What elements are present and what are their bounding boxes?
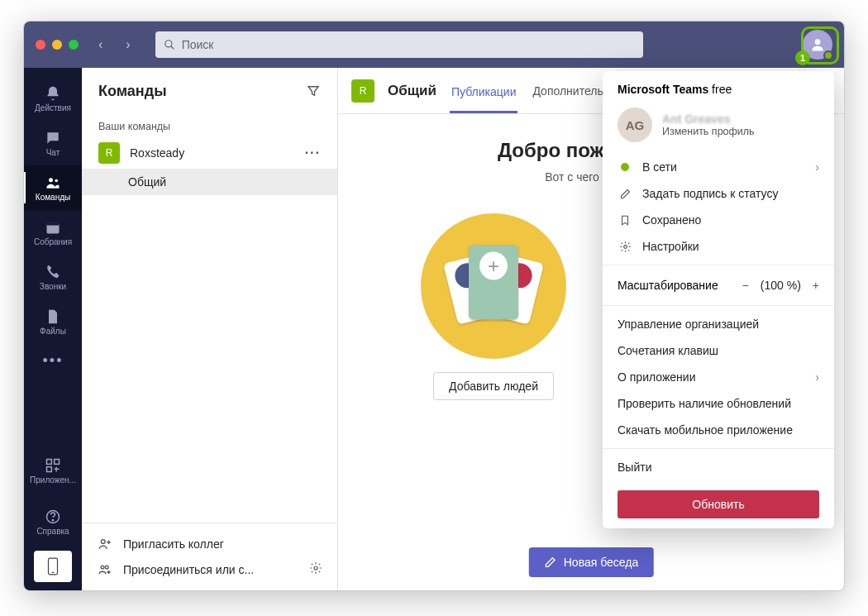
svg-point-16 — [101, 540, 105, 544]
profile-name: Ant Greaves — [662, 112, 755, 126]
edit-profile-link[interactable]: Изменить профиль — [662, 126, 755, 137]
chevron-right-icon: › — [815, 370, 819, 384]
phone-icon — [45, 264, 61, 280]
window-controls — [36, 40, 79, 50]
svg-line-1 — [170, 46, 174, 50]
filter-icon[interactable] — [306, 84, 321, 98]
rail-teams[interactable]: Команды — [24, 165, 82, 210]
rail-label: Файлы — [40, 327, 66, 336]
update-button[interactable]: Обновить — [618, 490, 819, 518]
about-row[interactable]: О приложении › — [603, 364, 834, 390]
your-teams-label: Ваши команды — [82, 114, 337, 137]
saved-row[interactable]: Сохранено — [603, 207, 834, 233]
presence-icon — [618, 163, 632, 171]
chat-icon — [45, 130, 61, 146]
rail-label: Справка — [36, 527, 69, 536]
zoom-label: Масштабирование — [618, 279, 718, 292]
invite-label: Пригласить коллег — [123, 537, 224, 551]
add-people-button[interactable]: Добавить людей — [433, 372, 554, 400]
manage-org-row[interactable]: Управление организацией — [603, 311, 834, 337]
help-icon — [45, 509, 61, 525]
sign-out-row[interactable]: Выйти — [603, 454, 834, 480]
team-name: Roxsteady — [130, 146, 295, 160]
team-add-icon — [97, 562, 113, 577]
profile-menu-button[interactable] — [803, 30, 832, 60]
svg-point-0 — [165, 41, 171, 47]
file-icon — [45, 308, 61, 325]
manage-teams-button[interactable] — [309, 561, 322, 577]
svg-rect-7 — [47, 459, 52, 464]
svg-point-2 — [815, 39, 821, 45]
about-label: О приложении — [618, 370, 695, 384]
svg-point-24 — [623, 245, 627, 248]
status-row[interactable]: В сети › — [603, 154, 834, 180]
rail-more[interactable]: ••• — [24, 344, 82, 377]
rail-apps[interactable]: Приложен... — [24, 448, 82, 493]
dropdown-profile-row[interactable]: AG Ant Greaves Изменить профиль — [603, 103, 834, 154]
add-people-illustration: + — [421, 213, 566, 359]
mobile-icon — [46, 557, 60, 575]
zoom-out-button[interactable]: − — [742, 279, 749, 292]
join-label: Присоединиться или с... — [123, 563, 254, 576]
rail-mobile-app[interactable] — [34, 551, 72, 582]
settings-label: Настройки — [642, 240, 699, 253]
profile-dropdown: Microsoft Teams free AG Ant Greaves Изме… — [603, 71, 834, 528]
product-edition: free — [708, 83, 732, 96]
calendar-icon — [45, 219, 61, 236]
svg-rect-8 — [55, 459, 60, 464]
zoom-in-button[interactable]: + — [813, 279, 819, 292]
team-row[interactable]: R Roxsteady ··· — [82, 137, 337, 169]
zoom-window-button[interactable] — [69, 40, 79, 50]
chevron-right-icon: › — [815, 160, 819, 174]
separator — [603, 305, 834, 306]
rail-label: Чат — [46, 148, 60, 157]
zoom-value: (100 %) — [761, 279, 801, 292]
check-updates-row[interactable]: Проверить наличие обновлений — [603, 390, 834, 417]
compose-icon — [544, 556, 557, 569]
rail-calls[interactable]: Звонки — [24, 255, 82, 299]
new-conversation-button[interactable]: Новая беседа — [529, 547, 654, 577]
close-window-button[interactable] — [36, 40, 45, 50]
search-icon — [164, 39, 175, 50]
svg-rect-6 — [47, 222, 60, 225]
apps-icon — [45, 457, 61, 474]
edit-icon — [618, 188, 632, 200]
avatar-icon — [803, 30, 832, 60]
rail-help[interactable]: Справка — [24, 499, 82, 544]
app-rail: Действия Чат Команды Собрания Звонки Фай… — [24, 68, 82, 590]
rail-activity[interactable]: Действия — [24, 76, 82, 121]
rail-files[interactable]: Файлы — [24, 299, 82, 344]
separator — [603, 448, 834, 449]
download-mobile-row[interactable]: Скачать мобильное приложение — [603, 417, 834, 443]
bell-icon — [45, 85, 61, 102]
person-add-icon — [97, 537, 113, 552]
invite-colleagues[interactable]: Пригласить коллег — [93, 532, 326, 556]
nav-forward-button[interactable]: › — [122, 37, 133, 52]
join-or-create-team[interactable]: Присоединиться или с... — [93, 556, 326, 582]
bookmark-icon — [618, 214, 632, 227]
minimize-window-button[interactable] — [52, 40, 62, 50]
team-more-button[interactable]: ··· — [305, 146, 321, 160]
channel-team-avatar: R — [351, 79, 374, 103]
app-window: ‹ › Поиск Действия Чат Кома — [23, 21, 845, 591]
teams-icon — [45, 174, 61, 191]
team-avatar: R — [98, 142, 120, 164]
svg-point-20 — [105, 566, 108, 569]
settings-row[interactable]: Настройки — [603, 233, 834, 260]
separator — [603, 265, 834, 265]
set-status-message[interactable]: Задать подпись к статусу — [603, 180, 834, 207]
nav-back-button[interactable]: ‹ — [95, 37, 106, 52]
tab-posts[interactable]: Публикации — [450, 70, 517, 113]
dropdown-product: Microsoft Teams free — [603, 71, 834, 103]
teams-list-header: Команды — [82, 68, 337, 114]
set-status-label: Задать подпись к статусу — [642, 187, 778, 200]
rail-label: Команды — [36, 193, 70, 202]
rail-calendar[interactable]: Собрания — [24, 210, 82, 255]
channel-general[interactable]: Общий — [82, 169, 337, 195]
rail-chat[interactable]: Чат — [24, 121, 82, 165]
svg-point-3 — [49, 178, 53, 182]
svg-rect-9 — [47, 466, 52, 471]
search-input[interactable]: Поиск — [155, 31, 643, 58]
svg-point-19 — [101, 566, 104, 569]
keyboard-shortcuts-row[interactable]: Сочетания клавиш — [603, 337, 834, 364]
